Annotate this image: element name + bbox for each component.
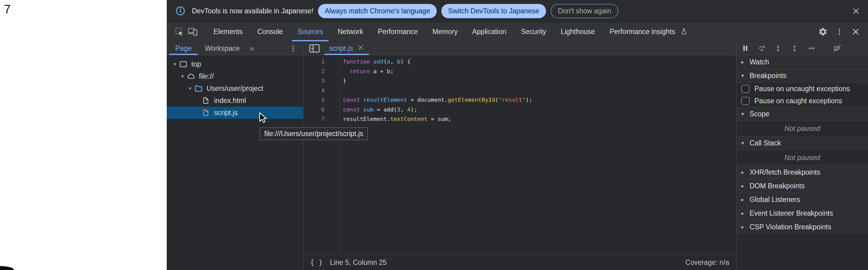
tree-item-label: top: [191, 60, 201, 68]
deactivate-breakpoints-icon[interactable]: [831, 44, 844, 53]
pretty-print-icon[interactable]: { }: [310, 259, 323, 266]
chevron-right-icon: ▸: [741, 210, 746, 216]
notification-close-icon[interactable]: [851, 6, 861, 17]
tree-item-label: file://: [199, 72, 214, 81]
tab-memory[interactable]: Memory: [425, 22, 465, 41]
tab-sources[interactable]: Sources: [290, 22, 330, 41]
line-number[interactable]: 6: [303, 106, 325, 113]
chevron-right-icon: ▸: [741, 183, 746, 189]
line-number[interactable]: 3: [303, 78, 325, 84]
step-into-icon[interactable]: [772, 44, 784, 52]
breakpoints-list: Pause on uncaught exceptionsPause on cau…: [737, 83, 868, 107]
device-toolbar-icon[interactable]: [186, 27, 200, 36]
section-label: XHR/fetch Breakpoints: [749, 168, 820, 176]
tab-page[interactable]: Page: [168, 41, 198, 55]
section-csp-violation-breakpoints[interactable]: ▸CSP Violation Breakpoints: [737, 220, 868, 234]
section-global-listeners[interactable]: ▸Global Listeners: [737, 193, 868, 207]
tree-item-script-js[interactable]: script.js: [167, 107, 303, 119]
chevron-down-icon: ▾: [741, 72, 746, 79]
section-event-listener-breakpoints[interactable]: ▸Event Listener Breakpoints: [737, 207, 868, 220]
tab-performance[interactable]: Performance: [371, 22, 425, 41]
switch-devtools-japanese-button[interactable]: Switch DevTools to Japanese: [441, 4, 546, 18]
section-call-stack[interactable]: ▾Call Stack: [737, 137, 868, 150]
code-text: const sum = add(3, 4);: [343, 106, 417, 113]
cursor-position-label: Line 5, Column 25: [330, 259, 387, 267]
editor-tab-scriptjs[interactable]: script.js: [323, 41, 370, 55]
chevron-down-icon: ▾: [741, 111, 746, 117]
section-label: Watch: [749, 58, 769, 66]
line-number[interactable]: 4: [303, 87, 325, 94]
section-watch[interactable]: ▸Watch: [737, 55, 868, 69]
file-js-icon: [202, 109, 211, 117]
section-dom-breakpoints[interactable]: ▸DOM Breakpoints: [737, 179, 868, 193]
toggle-navigator-icon[interactable]: [306, 43, 323, 54]
breakpoint-option-pause-on-uncaught-exceptions: Pause on uncaught exceptions: [737, 83, 868, 95]
checkbox[interactable]: [741, 97, 749, 105]
tab-label: Console: [257, 28, 283, 36]
debugger-toolbar: [737, 41, 868, 55]
editor-status-bar: { } Line 5, Column 25 Coverage: n/a: [303, 254, 736, 270]
tab-network[interactable]: Network: [331, 22, 371, 41]
chevron-right-icon: ▸: [741, 197, 746, 203]
debugger-sections: ▸Watch▾BreakpointsPause on uncaught exce…: [737, 55, 868, 270]
more-tabs-icon[interactable]: »: [246, 44, 257, 53]
tab-performance-insights[interactable]: Performance insights: [602, 22, 697, 41]
tab-elements[interactable]: Elements: [206, 22, 250, 41]
section-label: DOM Breakpoints: [749, 182, 805, 190]
tree-item-index-html[interactable]: index.html: [167, 94, 303, 107]
line-number[interactable]: 1: [303, 58, 325, 65]
section-breakpoints[interactable]: ▾Breakpoints: [737, 69, 868, 83]
coverage-label: Coverage: n/a: [685, 259, 729, 267]
line-number[interactable]: 2: [303, 68, 325, 74]
tab-lighthouse[interactable]: Lighthouse: [553, 22, 602, 41]
tree-item-file[interactable]: ▾file://: [167, 70, 303, 82]
section-scope[interactable]: ▾Scope: [737, 107, 868, 121]
tab-label: Application: [472, 28, 506, 36]
not-paused-label: Not paused: [737, 150, 868, 165]
code-text: function add(a, b) {: [343, 58, 411, 65]
folder-icon: [194, 84, 204, 93]
frame-icon: [179, 60, 189, 69]
checkbox[interactable]: [741, 85, 749, 93]
tab-label: Elements: [214, 28, 243, 36]
expander-icon[interactable]: ▾: [179, 73, 186, 80]
breakpoint-option-pause-on-caught-exceptions: Pause on caught exceptions: [737, 95, 868, 107]
expander-icon[interactable]: ▾: [171, 61, 179, 67]
tree-item-users-user-project[interactable]: ▾Users/user/project: [167, 82, 303, 94]
section-label: Scope: [749, 110, 769, 118]
navigator-kebab-icon[interactable]: [285, 44, 301, 53]
tab-console[interactable]: Console: [250, 22, 290, 41]
section-xhr-fetch-breakpoints[interactable]: ▸XHR/fetch Breakpoints: [737, 166, 868, 179]
always-match-language-button[interactable]: Always match Chrome's language: [318, 4, 437, 18]
call-stack-content: Not paused: [737, 150, 868, 166]
kebab-menu-icon[interactable]: [834, 27, 845, 36]
notification-bar: DevTools is now available in Japanese! A…: [167, 0, 868, 22]
code-text: resultElement.textContent = sum;: [343, 116, 451, 122]
info-icon: [174, 6, 187, 16]
inspect-element-icon[interactable]: [173, 27, 186, 36]
expander-icon[interactable]: ▾: [186, 85, 194, 92]
section-label: Call Stack: [749, 139, 781, 147]
toolbar-right-group: [806, 27, 862, 36]
tab-label: Network: [338, 28, 363, 36]
pause-script-icon[interactable]: [739, 44, 752, 52]
section-label: CSP Violation Breakpoints: [749, 223, 831, 231]
tab-close-icon[interactable]: [357, 44, 364, 53]
line-number[interactable]: 5: [303, 97, 325, 103]
step-icon[interactable]: [805, 44, 817, 52]
chevron-right-icon: ▸: [741, 59, 746, 65]
toolbar-divider: [203, 28, 203, 36]
step-out-icon[interactable]: [788, 44, 801, 52]
settings-gear-icon[interactable]: [816, 27, 830, 36]
tab-application[interactable]: Application: [465, 22, 514, 41]
tab-workspace[interactable]: Workspace: [198, 41, 247, 55]
tab-security[interactable]: Security: [514, 22, 553, 41]
dont-show-again-button[interactable]: Don't show again: [551, 4, 619, 18]
tree-item-top[interactable]: ▾top: [167, 58, 303, 70]
code-line-6: 6const sum = add(3, 4);: [303, 105, 736, 115]
code-editor[interactable]: 1function add(a, b) {2 return a + b;3}45…: [303, 55, 736, 254]
tab-label: Security: [521, 28, 546, 36]
step-over-icon[interactable]: [755, 44, 768, 52]
devtools-close-icon[interactable]: [849, 27, 862, 36]
line-number[interactable]: 7: [303, 116, 325, 122]
